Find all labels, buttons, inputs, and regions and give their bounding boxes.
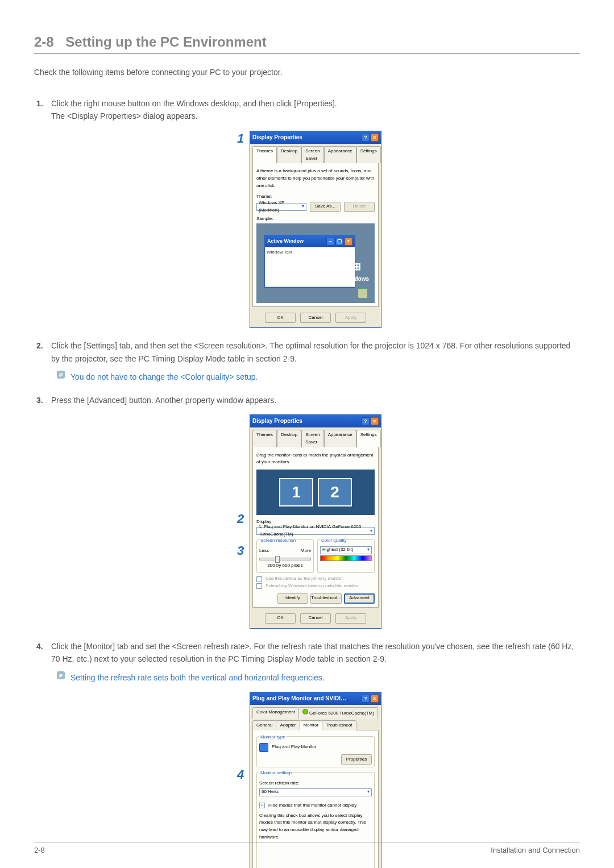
step-number: 1. — [36, 97, 43, 110]
save-as-button[interactable]: Save As... — [310, 202, 341, 212]
flag-icon: ⊞ — [344, 259, 369, 275]
refresh-label: Screen refresh rate: — [259, 780, 372, 787]
display-value: 1. Plug and Play Monitor on NVIDIA GeFor… — [259, 524, 368, 538]
help-icon[interactable]: ? — [362, 417, 370, 425]
refresh-rate-select[interactable]: 60 Hertz — [259, 788, 372, 796]
properties-button[interactable]: Properties — [341, 754, 372, 765]
note-icon: ⌀ — [57, 671, 65, 679]
resolution-text: 800 by 600 pixels — [259, 562, 311, 570]
tab-desktop[interactable]: Desktop — [277, 430, 301, 447]
tab-geforce[interactable]: GeForce 6200 TurboCache(TM) — [298, 707, 378, 719]
close-icon[interactable]: × — [371, 695, 379, 703]
section-title-text: Setting up the PC Environment — [65, 34, 266, 49]
monitor-1[interactable]: 1 — [279, 478, 313, 506]
hide-modes-desc: Clearing this check box allows you to se… — [259, 812, 372, 841]
step-2: 2. Click the [Settings] tab, and then se… — [36, 339, 580, 383]
primary-checkbox — [256, 576, 262, 582]
cancel-button[interactable]: Cancel — [300, 313, 331, 323]
windows-logo-text: Windows — [344, 275, 369, 284]
tab-monitor[interactable]: Monitor — [300, 720, 323, 730]
sample-area: Active Window – ▢ × Window Text — [256, 223, 375, 303]
callout-2: 2 — [237, 509, 244, 529]
intro-paragraph: Check the following items before connect… — [34, 68, 580, 77]
dialog-title: Display Properties — [252, 417, 302, 426]
minimize-icon: – — [326, 238, 334, 246]
tab-general[interactable]: General — [252, 720, 276, 730]
close-icon[interactable]: × — [371, 134, 379, 142]
display-properties-themes-dialog: Display Properties ? × Themes Desktop Sc… — [250, 131, 381, 329]
apply-button: Apply — [335, 613, 366, 624]
titlebar[interactable]: Display Properties ? × — [250, 131, 381, 144]
tab-themes[interactable]: Themes — [252, 146, 277, 164]
maximize-icon: ▢ — [335, 238, 343, 246]
tab-settings[interactable]: Settings — [356, 430, 381, 447]
step-1-line2: The <Display Properties> dialog appears. — [51, 111, 198, 121]
ok-button[interactable]: OK — [265, 313, 296, 323]
titlebar[interactable]: Display Properties ? × — [250, 415, 381, 427]
tabs-row: Themes Desktop Screen Saver Appearance S… — [250, 144, 381, 163]
step-3: 3. Press the [Advanced] button. Another … — [36, 394, 580, 629]
tab-appearance[interactable]: Appearance — [324, 430, 356, 447]
note-icon: ⌀ — [57, 371, 65, 379]
sample-window-text: Window Text — [265, 247, 355, 287]
hide-modes-checkbox[interactable]: ✓ — [259, 803, 265, 808]
nvidia-icon — [302, 709, 308, 715]
drag-desc: Drag the monitor icons to match the phys… — [256, 452, 375, 467]
step-2-text: Click the [Settings] tab, and then set t… — [51, 341, 570, 363]
close-icon[interactable]: × — [371, 417, 379, 425]
tab-screensaver[interactable]: Screen Saver — [301, 430, 323, 447]
step-1-line1: Click the right mouse button on the Wind… — [51, 99, 337, 108]
note-row: ⌀ Setting the refresh rate sets both the… — [57, 671, 580, 684]
display-select[interactable]: 1. Plug and Play Monitor on NVIDIA GeFor… — [256, 527, 375, 535]
color-quality-value: Highest (32 bit) — [322, 546, 353, 554]
identify-button[interactable]: Identify — [277, 593, 308, 604]
theme-select[interactable]: Windows XP (Modified) — [256, 203, 306, 211]
tab-color-management[interactable]: Color Management — [252, 707, 299, 719]
tab-adapter[interactable]: Adapter — [276, 720, 300, 730]
tab-troubleshoot[interactable]: Troubleshoot — [322, 720, 356, 730]
help-icon[interactable]: ? — [362, 695, 370, 703]
step-3-text: Press the [Advanced] button. Another pro… — [51, 396, 276, 405]
cancel-button[interactable]: Cancel — [300, 613, 331, 624]
section-number: 2-8 — [34, 34, 54, 49]
note-row: ⌀ You do not have to change the <Color q… — [57, 371, 580, 383]
footer-left: 2-8 — [34, 846, 45, 854]
delete-button: Delete — [344, 202, 375, 212]
advanced-button[interactable]: Advanced — [344, 593, 375, 604]
step-number: 4. — [36, 640, 43, 653]
titlebar[interactable]: Plug and Play Monitor and NVIDIA GeForce… — [250, 692, 381, 705]
callout-1: 1 — [237, 128, 244, 148]
tab-desktop[interactable]: Desktop — [277, 146, 301, 164]
sample-active-window: Active Window – ▢ × Window Text — [264, 235, 355, 287]
step-4: 4. Click the [Monitor] tab and set the <… — [36, 640, 580, 868]
extend-label: Extend my Windows desktop onto this moni… — [265, 583, 360, 590]
note-text: Setting the refresh rate sets both the v… — [70, 671, 325, 684]
troubleshoot-button[interactable]: Troubleshoot... — [310, 593, 342, 604]
monitor-2[interactable]: 2 — [318, 478, 352, 506]
tab-screensaver[interactable]: Screen Saver — [301, 146, 323, 164]
section-heading: 2-8 Setting up the PC Environment — [34, 34, 580, 54]
color-quality-select[interactable]: Highest (32 bit) — [320, 546, 372, 554]
dialog-title: Display Properties — [252, 133, 302, 142]
refresh-value: 60 Hertz — [262, 788, 279, 796]
less-label: Less — [259, 547, 269, 555]
tab-appearance[interactable]: Appearance — [324, 146, 356, 164]
monitor-settings-legend: Monitor settings — [259, 770, 293, 777]
display-properties-settings-dialog: Display Properties ? × Themes Desktop Sc… — [250, 414, 381, 629]
color-bar — [320, 555, 372, 561]
tab-themes[interactable]: Themes — [252, 430, 277, 447]
help-icon[interactable]: ? — [362, 134, 370, 142]
page-footer: 2-8 Installation and Connection — [34, 842, 580, 854]
color-quality-legend: Color quality — [320, 537, 347, 545]
monitor-arrangement[interactable]: 1 2 — [256, 470, 375, 515]
tab-settings[interactable]: Settings — [356, 146, 381, 164]
ok-button[interactable]: OK — [265, 613, 296, 624]
resolution-slider[interactable] — [259, 558, 311, 560]
monitor-name: Plug and Play Monitor — [272, 744, 316, 751]
callout-3: 3 — [237, 541, 244, 560]
apply-button: Apply — [335, 313, 366, 323]
screen-resolution-legend: Screen resolution — [259, 537, 297, 545]
sample-window-title: Active Window — [267, 237, 304, 245]
callout-4: 4 — [237, 765, 244, 784]
step-4-text: Click the [Monitor] tab and set the <Scr… — [51, 642, 574, 663]
